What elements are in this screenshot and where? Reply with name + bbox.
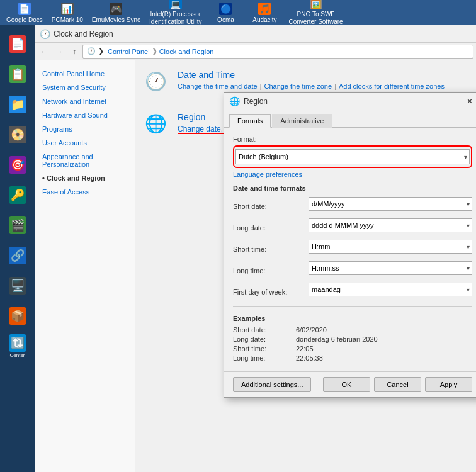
taskbar-pcmark[interactable]: 📊 PCMark 10: [48, 1, 87, 25]
taskbar-audacity[interactable]: 🎵 Audacity: [246, 1, 283, 25]
example-long-date-value: donderdag 6 februari 2020: [296, 335, 378, 343]
breadcrumb-icon: 🕐: [87, 47, 96, 55]
language-preferences-link[interactable]: Language preferences: [233, 171, 472, 178]
pcmark-icon: 📊: [61, 3, 74, 15]
sidenav-programs[interactable]: Programs: [35, 122, 135, 136]
tab-formats[interactable]: Formats: [229, 114, 271, 128]
sidebar-item-sheets[interactable]: 📋: [4, 60, 31, 88]
sidebar-item-pdf[interactable]: 📄: [4, 30, 31, 58]
dvd-icon: 📀: [9, 126, 26, 143]
example-short-time: Short time: 22:05: [233, 345, 472, 352]
dialog-titlebar: 🌐 Region ✕: [224, 93, 476, 110]
dialog-body: Format: Dutch (Belgium) ▾ Language prefe…: [224, 128, 476, 371]
breadcrumb-clock-region[interactable]: Clock and Region: [159, 48, 214, 55]
back-button[interactable]: ←: [37, 45, 51, 59]
package-icon: 📦: [9, 307, 26, 325]
short-time-row: Short time: H:mm ▾: [233, 240, 472, 259]
example-short-date: Short date: 6/02/2020: [233, 326, 472, 334]
intel-icon: 💻: [169, 0, 182, 9]
content-area: Control Panel Home System and Security N…: [35, 60, 476, 472]
format-select-wrapper: Dutch (Belgium) ▾: [235, 149, 470, 164]
sheets-icon: 📋: [9, 65, 26, 83]
format-select-annotated: Dutch (Belgium) ▾: [233, 145, 472, 168]
png-swf-icon: 🖼️: [310, 0, 322, 9]
right-content: 🕐 Date and Time Change the time and date…: [135, 60, 476, 472]
breadcrumb: 🕐 ❯ Control Panel ❯ Clock and Region: [82, 45, 473, 59]
sidebar-item-folder[interactable]: 📁: [4, 91, 31, 118]
sidebar-item-dvd[interactable]: 📀: [4, 121, 31, 149]
short-date-row: Short date: d/MM/yyyy ▾: [233, 197, 472, 216]
datetime-title: Date and Time: [178, 70, 467, 80]
short-date-label: Short date:: [233, 203, 309, 210]
example-short-date-label: Short date:: [233, 326, 296, 334]
tab-administrative[interactable]: Administrative: [272, 114, 332, 128]
taskbar-intel[interactable]: 💻 Intel(R) ProcessorIdentification Utili…: [145, 1, 205, 25]
sidenav-control-panel-home[interactable]: Control Panel Home: [35, 67, 135, 81]
dialog-tabs: Formats Administrative: [224, 110, 476, 128]
dt-formats-header: Date and time formats: [233, 184, 472, 192]
long-date-label: Long date:: [233, 224, 309, 232]
short-date-dropdown[interactable]: d/MM/yyyy: [309, 197, 472, 211]
ok-button[interactable]: OK: [323, 377, 370, 392]
sidebar-item-monitor[interactable]: 🖥️: [4, 272, 31, 300]
sidebar-item-link[interactable]: 🔗: [4, 242, 31, 269]
dialog-close-button[interactable]: ✕: [463, 95, 476, 108]
first-day-dropdown[interactable]: maandag: [309, 283, 472, 296]
change-time-date-link[interactable]: Change the time and date: [178, 82, 258, 90]
add-clocks-link[interactable]: Add clocks for different time zones: [339, 82, 445, 90]
sidebar-item-mkv[interactable]: 🎬: [4, 211, 31, 239]
center-icon: 🔃: [9, 334, 26, 352]
format-label: Format:: [233, 135, 472, 143]
dialog-divider: [233, 306, 472, 307]
change-timezone-link[interactable]: Change the time zone: [264, 82, 332, 90]
region-icon: 🌐: [145, 113, 170, 138]
long-date-dropdown[interactable]: dddd d MMMM yyyy: [309, 218, 472, 232]
main-area: 🕐 Clock and Region ← → ↑ 🕐 ❯ Control Pan…: [35, 25, 476, 472]
window-title: Clock and Region: [54, 30, 113, 38]
sidenav-ease-access[interactable]: Ease of Access: [35, 185, 135, 199]
cancel-button[interactable]: Cancel: [374, 377, 421, 392]
emumovies-icon: 🎮: [110, 3, 122, 15]
taskbar-qcma[interactable]: 🔵 Qcma: [207, 1, 244, 25]
long-time-label: Long time:: [233, 267, 309, 274]
long-time-dropdown[interactable]: H:mm:ss: [309, 261, 472, 275]
mkv-icon: 🎬: [9, 216, 26, 234]
sidebar-item-target[interactable]: 🎯: [4, 151, 31, 179]
breadcrumb-control-panel[interactable]: Control Panel: [108, 48, 150, 55]
pdf-icon: 📄: [9, 35, 26, 53]
sidenav-clock-region[interactable]: Clock and Region: [35, 171, 135, 185]
apply-button[interactable]: Apply: [425, 377, 472, 392]
datetime-links: Change the time and date | Change the ti…: [178, 82, 467, 90]
monitor-icon: 🖥️: [9, 277, 26, 295]
example-long-time-value: 22:05:38: [296, 354, 323, 362]
short-time-dropdown[interactable]: H:mm: [309, 240, 472, 254]
taskbar-png-swf[interactable]: 🖼️ PNG To SWFConverter Software: [285, 1, 346, 25]
datetime-icon: 🕐: [145, 71, 170, 96]
first-day-label: First day of week:: [233, 288, 309, 296]
taskbar-google-docs[interactable]: 📄 Google Docs: [3, 1, 47, 25]
taskbar-emumovies[interactable]: 🎮 EmuMovies Sync: [88, 1, 144, 25]
sidenav-hardware-sound[interactable]: Hardware and Sound: [35, 108, 135, 122]
side-nav: Control Panel Home System and Security N…: [35, 60, 135, 472]
sidenav-system-security[interactable]: System and Security: [35, 81, 135, 94]
long-time-row: Long time: H:mm:ss ▾: [233, 261, 472, 280]
link-icon: 🔗: [9, 247, 26, 264]
long-date-row: Long date: dddd d MMMM yyyy ▾: [233, 218, 472, 237]
clock-region-window-icon: 🕐: [40, 29, 50, 39]
google-docs-icon: 📄: [18, 3, 31, 15]
sidenav-appearance[interactable]: Appearance and Personalization: [35, 150, 135, 171]
sidebar-item-center[interactable]: 🔃 Center: [4, 332, 31, 360]
sidebar-item-pkg[interactable]: 📦: [4, 302, 31, 330]
audacity-icon: 🎵: [258, 3, 271, 15]
qcma-icon: 🔵: [219, 3, 232, 15]
up-button[interactable]: ↑: [67, 45, 81, 59]
forward-button[interactable]: →: [52, 45, 66, 59]
target-icon: 🎯: [9, 156, 26, 174]
format-dropdown[interactable]: Dutch (Belgium): [235, 149, 470, 164]
additional-settings-button[interactable]: Additional settings...: [233, 377, 311, 392]
sidenav-network-internet[interactable]: Network and Internet: [35, 94, 135, 108]
sidebar-item-key[interactable]: 🔑: [4, 181, 31, 209]
sidenav-user-accounts[interactable]: User Accounts: [35, 136, 135, 150]
nav-bar: ← → ↑ 🕐 ❯ Control Panel ❯ Clock and Regi…: [35, 43, 476, 60]
window-titlebar: 🕐 Clock and Region: [35, 25, 476, 43]
